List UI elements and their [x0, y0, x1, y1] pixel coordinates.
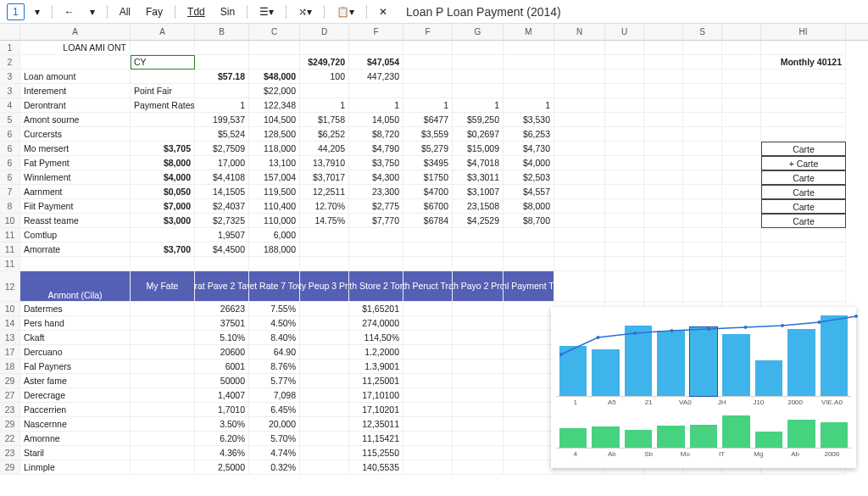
filter-tdd[interactable]: Tdd [182, 4, 210, 20]
paste-icon[interactable]: 📋▾ [331, 4, 359, 20]
carte-row[interactable]: Carte [761, 170, 846, 185]
shuffle-icon[interactable]: ⤭▾ [293, 4, 317, 20]
col-C[interactable]: C [249, 24, 300, 40]
column-headers: A A B C D F F G M N U S HI [0, 24, 868, 41]
col-HI[interactable]: HI [761, 24, 846, 40]
col-U[interactable]: U [605, 24, 644, 40]
filter-sin[interactable]: Sin [215, 4, 240, 20]
document-title: Loan P Loan Payment (2014) [406, 5, 561, 19]
carte-add[interactable]: + Carte [761, 156, 846, 170]
list-icon[interactable]: ☰▾ [254, 4, 279, 20]
col-F1[interactable]: F [349, 24, 403, 40]
close-tab-icon[interactable]: ✕ [374, 4, 392, 20]
active-cell[interactable]: CY [131, 55, 195, 70]
carte-row[interactable]: Carte [761, 185, 846, 199]
dropdown-1[interactable]: 1 [7, 3, 25, 20]
chart-lower-bars [556, 411, 851, 449]
svg-point-6 [781, 324, 784, 327]
col-A2[interactable]: A [131, 24, 195, 40]
chevron-down-icon[interactable]: ▾ [30, 4, 45, 20]
col-A1[interactable]: A [20, 24, 131, 40]
col-D[interactable]: D [300, 24, 349, 40]
col-F2[interactable]: F [403, 24, 453, 40]
embedded-chart[interactable]: 1A521VA0JHJ102000VIE.A0 4AbSbMoITMgAb200… [551, 307, 856, 468]
filter-fay[interactable]: Fay [141, 4, 168, 20]
chart-lower-xaxis: 4AbSbMoITMgAb2000 [556, 449, 851, 458]
back-icon[interactable]: ← [59, 4, 80, 20]
col-S[interactable]: S [683, 24, 722, 40]
toolbar: 1 ▾ ← ▾ All Fay Tdd Sin ☰▾ ⤭▾ 📋▾ ✕ Loan … [0, 0, 868, 24]
carte-row[interactable]: Carte [761, 199, 846, 214]
svg-point-1 [597, 336, 600, 339]
col-G[interactable]: G [453, 24, 504, 40]
col-N[interactable]: N [554, 24, 605, 40]
col-M[interactable]: M [504, 24, 554, 40]
carte-row[interactable]: Carte [761, 214, 846, 228]
filter-all[interactable]: All [114, 4, 136, 20]
col-B[interactable]: B [195, 24, 249, 40]
section-header: 12 Anmont (Cila) My Fate Interat Pave 2 … [0, 271, 868, 302]
carte-row[interactable]: Carte [761, 142, 846, 156]
chart-upper-xaxis: 1A521VA0JHJ102000VIE.A0 [556, 397, 851, 406]
chart-upper-bars [556, 312, 851, 397]
back-chevron-icon[interactable]: ▾ [85, 4, 100, 20]
svg-point-5 [744, 326, 748, 329]
